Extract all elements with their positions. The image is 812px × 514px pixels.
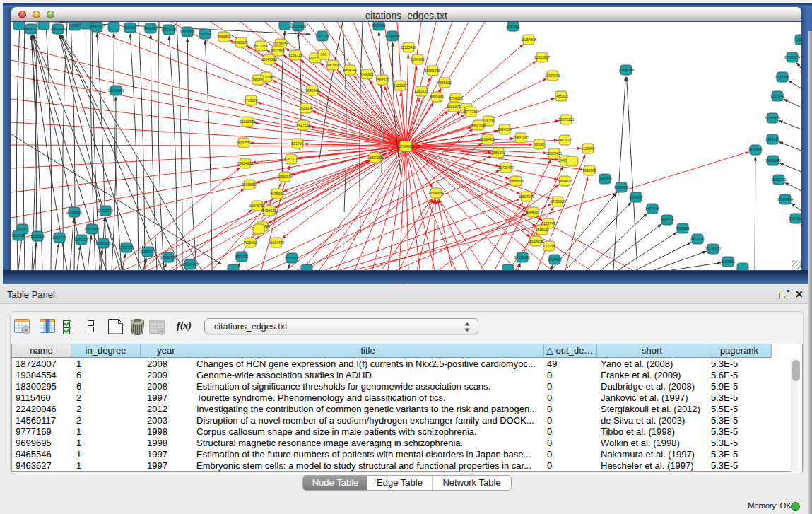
svg-text:1864093: 1864093 — [411, 57, 425, 62]
svg-text:19384554: 19384554 — [428, 191, 444, 195]
svg-text:3024554: 3024554 — [498, 127, 512, 132]
svg-text:12213967: 12213967 — [534, 55, 550, 59]
svg-text:1615132: 1615132 — [535, 228, 549, 232]
svg-text:2942737: 2942737 — [52, 235, 66, 240]
svg-text:8322037: 8322037 — [393, 83, 407, 88]
svg-text:12213389: 12213389 — [240, 119, 255, 124]
svg-text:9699695: 9699695 — [582, 168, 596, 173]
svg-text:20691406: 20691406 — [50, 27, 66, 31]
svg-text:18524851: 18524851 — [528, 239, 543, 243]
svg-text:252254: 252254 — [543, 244, 555, 248]
svg-text:1117: 1117 — [797, 37, 801, 42]
svg-text:20053346: 20053346 — [108, 88, 124, 93]
svg-text:7955822: 7955822 — [437, 81, 452, 85]
svg-text:9245652: 9245652 — [721, 259, 735, 264]
svg-text:8678334: 8678334 — [270, 192, 284, 196]
svg-text:1156829: 1156829 — [30, 234, 44, 238]
svg-text:12975115: 12975115 — [558, 117, 574, 122]
svg-text:1621072: 1621072 — [447, 105, 461, 109]
svg-text:8960125: 8960125 — [234, 40, 248, 45]
svg-text:7485063: 7485063 — [554, 94, 568, 98]
svg-text:20364436: 20364436 — [480, 137, 495, 141]
svg-text:2867608: 2867608 — [326, 63, 340, 67]
svg-text:8471676: 8471676 — [690, 237, 705, 241]
svg-text:15720407: 15720407 — [498, 165, 514, 170]
svg-text:12093873: 12093873 — [765, 116, 780, 120]
svg-text:16210643: 16210643 — [765, 158, 781, 163]
svg-text:19166827: 19166827 — [242, 182, 257, 187]
svg-text:9242848: 9242848 — [305, 88, 319, 93]
svg-text:12505185: 12505185 — [95, 241, 111, 245]
svg-text:15751074: 15751074 — [784, 55, 800, 59]
svg-text:9227349: 9227349 — [770, 94, 784, 98]
svg-text:30975887: 30975887 — [84, 227, 100, 231]
svg-text:2803144: 2803144 — [299, 106, 313, 110]
svg-text:16648784: 16648784 — [618, 68, 634, 72]
svg-text:8186328: 8186328 — [288, 53, 302, 57]
svg-text:18807249: 18807249 — [519, 194, 534, 199]
svg-text:10719185: 10719185 — [161, 28, 177, 32]
svg-text:11325419: 11325419 — [401, 45, 416, 49]
svg-text:8215955: 8215955 — [748, 148, 763, 152]
svg-text:17016504: 17016504 — [777, 197, 793, 201]
svg-text:10653267: 10653267 — [89, 25, 105, 29]
svg-text:19654923: 19654923 — [237, 161, 253, 165]
svg-text:16046755: 16046755 — [249, 204, 265, 208]
svg-text:15692971: 15692971 — [771, 177, 787, 182]
svg-text:5498222: 5498222 — [262, 209, 276, 213]
svg-text:9474444: 9474444 — [645, 206, 659, 211]
svg-text:62160: 62160 — [534, 142, 544, 146]
svg-text:18724007: 18724007 — [398, 144, 413, 148]
svg-text:16671385: 16671385 — [180, 30, 195, 34]
svg-text:10688609: 10688609 — [508, 179, 524, 183]
svg-text:7357224: 7357224 — [315, 34, 329, 38]
svg-text:1527602: 1527602 — [123, 25, 137, 30]
svg-text:6794028: 6794028 — [449, 96, 463, 100]
svg-text:18937: 18937 — [70, 23, 80, 28]
svg-text:9329966: 9329966 — [775, 75, 789, 79]
svg-text:10973493: 10973493 — [545, 74, 560, 78]
svg-text:1167533: 1167533 — [789, 216, 801, 221]
svg-text:8938928: 8938928 — [614, 185, 628, 189]
svg-text:3915914: 3915914 — [11, 233, 25, 238]
svg-text:2935114: 2935114 — [660, 218, 673, 222]
svg-text:1262615: 1262615 — [414, 89, 428, 93]
svg-text:17359924: 17359924 — [98, 209, 113, 213]
svg-text:9777169: 9777169 — [464, 110, 478, 114]
svg-text:8912954: 8912954 — [254, 44, 268, 48]
svg-text:10654112: 10654112 — [705, 247, 721, 251]
svg-text:9463627: 9463627 — [558, 138, 572, 142]
svg-text:16033809: 16033809 — [290, 24, 306, 28]
svg-text:16543382: 16543382 — [261, 57, 277, 62]
svg-text:9327503: 9327503 — [271, 49, 285, 53]
svg-text:16154808: 16154808 — [521, 37, 536, 42]
svg-text:16914479: 16914479 — [269, 240, 284, 245]
svg-text:15716485: 15716485 — [284, 256, 300, 260]
svg-text:16782759: 16782759 — [160, 255, 176, 259]
svg-text:6497568: 6497568 — [471, 123, 486, 127]
svg-text:17957225: 17957225 — [119, 245, 134, 250]
svg-text:12923445: 12923445 — [182, 262, 198, 267]
svg-text:14055712: 14055712 — [23, 27, 39, 31]
svg-text:8427552: 8427552 — [296, 123, 310, 127]
svg-text:16107554: 16107554 — [236, 141, 252, 145]
svg-text:1733426: 1733426 — [548, 257, 562, 262]
svg-text:7515520: 7515520 — [198, 32, 212, 36]
svg-text:7663822: 7663822 — [217, 35, 231, 39]
svg-text:18300295: 18300295 — [367, 156, 383, 160]
svg-text:7632621: 7632621 — [676, 226, 690, 230]
svg-text:19756928: 19756928 — [550, 199, 565, 204]
svg-text:7625402: 7625402 — [243, 240, 257, 245]
svg-text:2718170: 2718170 — [244, 98, 258, 103]
svg-text:8813054: 8813054 — [372, 23, 386, 28]
svg-text:9657791: 9657791 — [235, 255, 249, 259]
svg-text:19654923: 19654923 — [557, 179, 572, 183]
svg-text:9115460: 9115460 — [581, 146, 594, 151]
svg-text:1244415: 1244415 — [765, 137, 779, 141]
svg-text:2087682: 2087682 — [506, 24, 520, 28]
svg-text:6466160: 6466160 — [143, 26, 158, 30]
svg-text:8990448: 8990448 — [430, 95, 444, 99]
svg-text:7886372: 7886372 — [491, 151, 505, 155]
svg-text:13226058: 13226058 — [273, 42, 288, 46]
svg-text:16961758: 16961758 — [425, 69, 440, 73]
